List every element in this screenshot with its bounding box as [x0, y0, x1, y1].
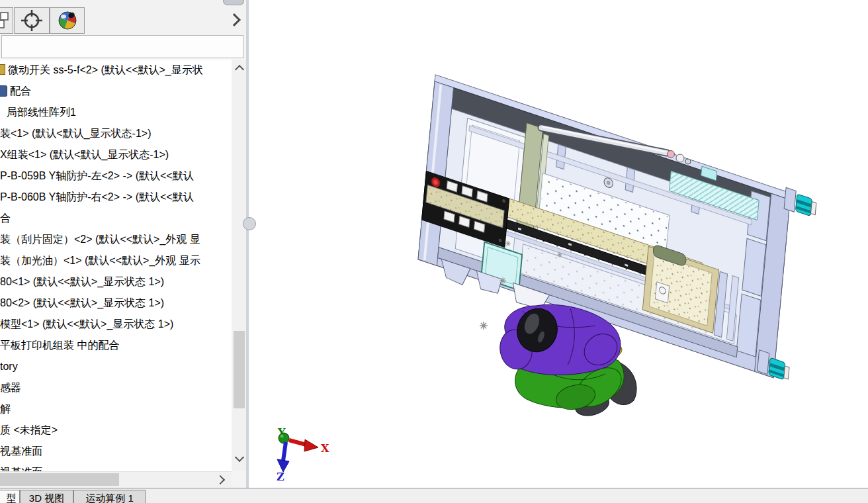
tree-item[interactable]: 模型<1> (默认<<默认>_显示状态 1>) — [0, 314, 173, 335]
tree-item[interactable]: 微动开关 ss-5-f<2> (默认<<默认>_显示状 — [0, 60, 203, 81]
tree-item[interactable]: 局部线性阵列1 — [7, 102, 76, 123]
dimxpert-target-icon — [20, 9, 44, 32]
tab-3d-views[interactable]: 3D 视图 — [20, 490, 73, 503]
feature-manager-panel: 微动开关 ss-5-f<2> (默认<<默认>_显示状配合局部线性阵列1装<1>… — [0, 0, 247, 503]
tree-item[interactable]: 合 — [0, 208, 11, 229]
manager-tab-toolbar — [0, 0, 246, 34]
tree-item-label: 模型<1> (默认<<默认>_显示状态 1>) — [0, 318, 173, 330]
tree-item-label: tory — [0, 361, 18, 372]
splitter-grip[interactable] — [243, 217, 256, 230]
tab-model-label: 型 — [0, 492, 17, 503]
tree-item[interactable]: 解 — [0, 398, 11, 420]
panel-splitter[interactable] — [246, 0, 249, 503]
orientation-triad: Y X Z — [277, 426, 329, 483]
tree-item-label: 视基准面 — [0, 467, 42, 471]
tree-item[interactable]: 视基准面 — [0, 441, 42, 462]
axis-x-label: X — [321, 442, 329, 455]
tree-item-label: 合 — [0, 212, 11, 224]
tree-item[interactable]: P-B-059B Y轴防护-左<2> -> (默认<<默认 — [0, 165, 194, 187]
vertical-scroll-thumb[interactable] — [234, 331, 245, 408]
feature-tree: 微动开关 ss-5-f<2> (默认<<默认>_显示状配合局部线性阵列1装<1>… — [0, 60, 232, 471]
sparkle-icon — [480, 322, 488, 330]
tab-motion-study[interactable]: 运动算例 1 — [73, 490, 146, 503]
mates-icon — [0, 85, 7, 97]
tree-item-label: 装<1> (默认<默认_显示状态-1>) — [0, 128, 152, 139]
tree-item[interactable]: X组装<1> (默认<默认_显示状态-1>) — [0, 144, 169, 165]
tree-horizontal-scrollbar[interactable] — [0, 471, 232, 487]
tab-3d-views-label: 3D 视图 — [29, 492, 64, 503]
configuration-manager-tab[interactable] — [0, 7, 13, 34]
selection-breadcrumb-box[interactable] — [1, 35, 243, 58]
tree-item[interactable]: 平板打印机组装 中的配合 — [0, 335, 119, 356]
tree-item[interactable]: 80<1> (默认<<默认>_显示状态 1>) — [0, 271, 164, 293]
configuration-manager-icon — [0, 11, 9, 30]
tree-item-label: 视基准面 — [0, 445, 42, 457]
tree-item[interactable]: 视基准面 — [0, 462, 42, 471]
tree-item[interactable]: 感器 — [0, 377, 21, 398]
tree-item-label: 平板打印机组装 中的配合 — [0, 340, 119, 351]
tree-item[interactable]: 装<1> (默认<默认_显示状态-1>) — [0, 123, 152, 144]
tree-item[interactable]: P-B-060B Y轴防护-右<2> -> (默认<<默认 — [0, 187, 194, 208]
expand-panel-arrow[interactable] — [228, 13, 241, 26]
tree-item-label: 局部线性阵列1 — [7, 107, 76, 118]
tree-item[interactable]: 80<2> (默认<<默认>_显示状态 1>) — [0, 293, 164, 314]
dimxpert-manager-tab[interactable] — [14, 7, 50, 34]
tree-item[interactable]: 配合 — [0, 81, 31, 102]
horizontal-scroll-thumb[interactable] — [0, 473, 119, 486]
tree-item-label: 80<2> (默认<<默认>_显示状态 1>) — [0, 297, 164, 308]
display-manager-sphere-icon — [57, 10, 78, 31]
tab-motion-study-label: 运动算例 1 — [85, 492, 134, 503]
tab-model[interactable]: 型 — [0, 490, 20, 503]
tree-item-label: 质 <未指定> — [0, 424, 58, 435]
tree-item-label: 微动开关 ss-5-f<2> (默认<<默认>_显示状 — [8, 64, 203, 75]
document-tab-bar: 型 3D 视图 运动算例 1 — [0, 488, 868, 503]
part-icon — [0, 64, 5, 75]
tree-item[interactable]: tory — [0, 356, 18, 377]
tree-item-label: X组装<1> (默认<默认_显示状态-1>) — [0, 149, 169, 160]
tree-item-label: P-B-059B Y轴防护-左<2> -> (默认<<默认 — [0, 170, 194, 181]
splitter-top-grip[interactable] — [223, 0, 244, 5]
scroll-up-arrow[interactable] — [235, 65, 244, 74]
tree-item-label: P-B-060B Y轴防护-右<2> -> (默认<<默认 — [0, 191, 194, 203]
scroll-right-arrow[interactable] — [216, 475, 225, 484]
scroll-down-arrow[interactable] — [235, 453, 244, 462]
display-manager-tab[interactable] — [50, 7, 85, 34]
tree-item-label: 装（刮片固定）<2> (默认<<默认>_外观 显 — [0, 234, 200, 245]
tree-vertical-scrollbar[interactable] — [232, 60, 246, 471]
tree-item-label: 解 — [0, 403, 11, 414]
tree-item-label: 装（加光油）<1> (默认<<默认>_外观 显示 — [0, 255, 200, 266]
sparkle-icon — [499, 277, 506, 284]
tree-item-label: 配合 — [10, 85, 31, 97]
tree-item[interactable]: 质 <未指定> — [0, 420, 58, 441]
axis-z-label: Z — [277, 471, 284, 483]
tree-item-label: 感器 — [0, 382, 21, 393]
tree-item[interactable]: 装（加光油）<1> (默认<<默认>_外观 显示 — [0, 250, 200, 271]
tree-item-label: 80<1> (默认<<默认>_显示状态 1>) — [0, 276, 164, 287]
tree-item[interactable]: 装（刮片固定）<2> (默认<<默认>_外观 显 — [0, 229, 200, 250]
